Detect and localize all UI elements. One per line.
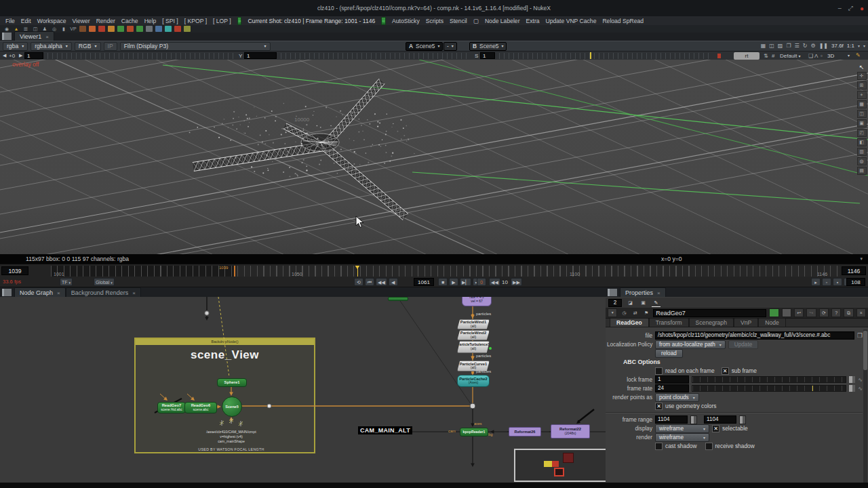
step-back-button[interactable]: ◀◀ [489, 278, 500, 286]
pencil-icon[interactable]: ✎ [856, 52, 861, 58]
menu-extra[interactable]: Extra [526, 18, 540, 24]
checkerboard-icon[interactable]: ▦ [761, 43, 766, 49]
box-select-icon[interactable]: ▫ [821, 53, 823, 59]
reload-button[interactable]: reload [655, 349, 683, 358]
node-labeler-icon[interactable]: ▢ [473, 18, 479, 24]
views-dropdown[interactable]: Global ▾ [94, 278, 115, 286]
maximize-icon[interactable]: ⤢ [848, 5, 853, 12]
menu-workspace[interactable]: Workspace [37, 18, 66, 24]
node-mini-selected[interactable] [554, 468, 564, 476]
blend-dropdown[interactable]: -▾ [443, 42, 457, 51]
pane-icon[interactable] [2, 289, 12, 296]
vp-icon[interactable]: VP [70, 26, 77, 32]
menu-help[interactable]: Help [144, 18, 157, 24]
node-color-swatch[interactable] [769, 308, 778, 317]
receive-shadow-checkbox[interactable] [705, 443, 713, 450]
jump-right-icon[interactable]: » [237, 17, 242, 25]
frame-marker[interactable] [234, 266, 235, 277]
node-mini-striped[interactable] [544, 461, 559, 467]
node-mini-darkred[interactable] [563, 453, 574, 463]
menu-viewer[interactable]: Viewer [73, 18, 90, 24]
tab-close-icon[interactable]: × [132, 290, 136, 296]
tool-amber-icon[interactable] [108, 26, 115, 32]
tab-scenegraph[interactable]: Scenegraph [689, 318, 734, 327]
gamma-field[interactable]: 1 [244, 52, 277, 59]
tool-orange-icon[interactable] [89, 26, 96, 32]
display-mode-dropdown[interactable]: RGB▾ [75, 42, 101, 51]
swap-icon[interactable]: ⇄ [631, 309, 639, 317]
current-frame-field[interactable]: 1061 [414, 278, 434, 286]
box-icon[interactable]: ▫ [822, 278, 831, 286]
lock-frame-slider[interactable] [692, 376, 846, 383]
frame-forward-icon[interactable]: ▶▏ [460, 278, 471, 286]
stepper-icon[interactable] [690, 415, 697, 424]
solid-icon[interactable]: ▣ [857, 119, 867, 127]
redo-icon[interactable]: ↪ [806, 308, 816, 317]
pages-icon[interactable]: ❐ [786, 43, 791, 49]
scrollbar[interactable] [863, 329, 867, 483]
node-readgeo6[interactable]: ReadGeo6scene.abc [184, 402, 217, 413]
node-particle-turbulence[interactable]: ParticleTurbulence1(all) [457, 341, 490, 353]
playhead[interactable] [357, 266, 358, 277]
tool-gray-icon[interactable] [146, 26, 153, 32]
curve-icon[interactable]: ∿ [858, 377, 863, 383]
panel-icon[interactable]: ▤ [857, 167, 867, 175]
play-backward-icon[interactable]: ◀ [389, 278, 398, 286]
timeline-end-field[interactable]: 1146 [842, 266, 866, 275]
use-geometry-colors-checkbox[interactable]: ✕ [655, 403, 663, 410]
tab-vnp[interactable]: VnP [734, 318, 758, 327]
gamma-slider[interactable] [281, 53, 471, 59]
slider-end-handle[interactable] [849, 376, 855, 383]
lines-icon[interactable]: ☰ [795, 43, 800, 49]
gain-inc-icon[interactable]: ▶ [19, 53, 22, 58]
view-mode-dropdown[interactable]: 3D [827, 53, 834, 59]
help-icon[interactable]: ? [831, 308, 841, 317]
node-kpop-reader[interactable]: kpopReader1 [460, 428, 488, 436]
pause-icon[interactable]: ❚❚ [819, 43, 828, 49]
display-dropdown[interactable]: wireframe▾ [655, 424, 709, 433]
sub-frame-checkbox[interactable]: ✕ [722, 367, 729, 375]
folder-icon[interactable]: ❐ [857, 332, 863, 339]
update-button[interactable]: Update [728, 340, 758, 349]
loop-icon[interactable]: ⟲ [354, 278, 363, 286]
timeline-ruler[interactable]: 1001 1050 1100 1146 1039 [51, 266, 840, 277]
flag-button[interactable]: 0 [477, 278, 486, 286]
node-particle-cache[interactable]: ParticleCache2(Axes) [457, 375, 490, 387]
read-each-frame-checkbox[interactable] [655, 367, 663, 375]
lock-icon[interactable]: ◪ [626, 299, 635, 306]
stepper-icon[interactable] [739, 415, 746, 424]
frame-rate-field[interactable]: 24 [655, 384, 689, 392]
gain-slider[interactable] [47, 53, 236, 59]
info-menu-icon[interactable]: ▾ [860, 256, 863, 262]
selectable-checkbox[interactable]: ✕ [712, 425, 719, 432]
play-backward-fast-icon[interactable]: ◀◀ [376, 278, 387, 286]
curve-icon[interactable]: ∿ [858, 386, 863, 392]
tab-readgeo[interactable]: ReadGeo [610, 318, 649, 327]
page-icon[interactable]: ❏ [808, 53, 813, 59]
menu-lop[interactable]: [ LOP ] [213, 18, 231, 24]
grid-icon[interactable]: ⊞ [857, 81, 867, 89]
split-icon[interactable]: ◫ [857, 110, 867, 118]
caret-icon[interactable]: Λ [814, 53, 818, 59]
undo-icon[interactable]: ↩ [794, 308, 804, 317]
snap-icon[interactable]: # [772, 53, 774, 59]
lut-dropdown[interactable]: Film (Display P3)▾ [120, 42, 271, 51]
tool-red3-icon[interactable] [174, 26, 181, 32]
viewport-3d[interactable]: overlay off 10000 ↖✛⊞⌖▦◫▣◰◧▥◍▤ [0, 60, 868, 254]
slider-end-handle[interactable] [849, 385, 855, 392]
gain-dec-icon[interactable]: ◀ [3, 53, 6, 58]
tab-viewer1[interactable]: Viewer1 × [14, 31, 54, 41]
render-icon[interactable]: ▸ [811, 278, 821, 286]
node-name-field[interactable]: ReadGeo7 [653, 309, 766, 317]
render-points-dropdown[interactable]: point clouds▾ [655, 393, 699, 402]
float-panel-icon[interactable]: ⧉ [844, 308, 853, 317]
scrollbar-thumb[interactable] [863, 331, 867, 370]
close-icon[interactable]: ● [860, 5, 864, 12]
viewer-process-dropdown[interactable]: Default ▾ [780, 53, 801, 59]
pane-icon[interactable] [608, 289, 617, 296]
ip-toggle[interactable]: IP [104, 42, 117, 51]
stereo-slider[interactable] [499, 53, 711, 59]
flag-icon[interactable]: ⚑ [642, 309, 650, 317]
panel-stack-count[interactable]: 2 [608, 299, 622, 307]
tab-node[interactable]: Node [758, 318, 786, 327]
